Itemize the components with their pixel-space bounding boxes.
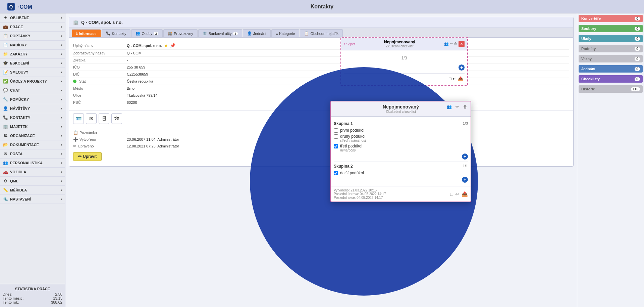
group1-title: Skupina 1 1/3 <box>334 121 468 126</box>
tab-provozovny[interactable]: 🏬 Provozovny <box>163 29 197 37</box>
vazby-button[interactable]: Vazby 0 <box>579 55 643 62</box>
sidebar-item-eskoleni[interactable]: 🎓 eSKOLENÍ ▾ <box>0 59 65 68</box>
footer-export2-icon[interactable]: 📤 <box>462 191 468 197</box>
add-item-group2-btn[interactable]: + <box>462 177 468 183</box>
checkbox-2[interactable] <box>334 134 338 139</box>
podety-badge: 0 <box>635 47 640 51</box>
sidebar-item-kontakty[interactable]: 📞 KONTAKTY ▾ <box>0 113 65 122</box>
car-icon: 🚗 <box>3 169 8 175</box>
check-icon: ✅ <box>3 79 8 84</box>
tab-informace-icon: ℹ <box>76 31 77 36</box>
soubory-badge: 0 <box>635 27 640 31</box>
svg-text:·COM: ·COM <box>18 4 32 10</box>
action-card-btn[interactable]: 🪪 <box>73 113 84 124</box>
stats-value-mesic: 13.13 <box>53 296 62 300</box>
edit-button[interactable]: ✏ Upravit <box>73 152 102 161</box>
checkbox-3[interactable] <box>334 144 338 148</box>
checklist-bg-body: 1/3 + □ ↩ 📤 <box>341 50 467 85</box>
sidebar-item-nabidky[interactable]: 📄 NABÍDKY ▾ <box>0 41 65 50</box>
checkbox-1[interactable] <box>334 128 338 133</box>
tab-osoby-badge: 2 <box>154 32 158 35</box>
back-button[interactable]: ↩ Zpět <box>344 42 355 46</box>
tab-osoby[interactable]: 👥 Osoby 2 <box>131 29 163 37</box>
sidebar-item-oblibene[interactable]: ★ OBLÍBENÉ ▾ <box>0 13 65 23</box>
stats-value-dnes: 2.58 <box>55 292 62 296</box>
sidebar-item-majetek[interactable]: 🏢 MAJETEK ▾ <box>0 122 65 131</box>
podety-button[interactable]: Podněty 0 <box>579 45 643 52</box>
sidebar-item-vozidla[interactable]: 🚗 VOZIDLA ▾ <box>0 168 65 177</box>
tab-informace[interactable]: ℹ Informace <box>72 29 101 37</box>
sidebar-item-prace[interactable]: 💼 PRÁCE ▾ <box>0 23 65 32</box>
bg-icons: 👥 ✏ 🗑 <box>444 42 458 46</box>
chat-icon: 💬 <box>3 88 8 93</box>
add-item-bg-btn[interactable]: + <box>459 64 465 71</box>
sidebar-item-navstevy[interactable]: 👤 NÁVŠTĚVY ▾ <box>0 104 65 113</box>
company-name: Q - COM, spol. s r.o. <box>81 20 123 25</box>
field-psc: PSČ 60200 <box>73 99 569 106</box>
delete-checklist-icon[interactable]: 🗑 <box>462 103 469 110</box>
sidebar-item-meridla[interactable]: 📏 MĚŘIDLA ▾ <box>0 186 65 195</box>
konvertore-button[interactable]: Konvertéře 0 <box>579 15 643 22</box>
ukoly-button[interactable]: Úkoly 0 <box>579 35 643 42</box>
footer-export-icon[interactable]: 📤 <box>458 76 463 81</box>
tab-kategorie[interactable]: ≡ Kategorie <box>271 29 300 37</box>
sidebar-item-zakazky[interactable]: 📁 ZAKÁZKY ▾ <box>0 50 65 59</box>
checklist-bg-title: Nepojmenovaný <box>355 40 444 44</box>
content-area: 🏢 Q - COM, spol. s r.o. ℹ Informace 📞 Ko… <box>65 13 577 307</box>
action-db-btn[interactable]: 🗄 <box>99 113 109 124</box>
tabs-bar: ℹ Informace 📞 Kontakty 👥 Osoby 2 🏬 Provo… <box>69 28 573 38</box>
star-icon: ★ <box>3 15 8 20</box>
sidebar-item-poptavky[interactable]: 📋 POPTÁVKY ▾ <box>0 32 65 41</box>
soubory-button[interactable]: Soubory 0 <box>579 25 643 32</box>
sidebar-item-posta[interactable]: ✉ POŠTA ▾ <box>0 149 65 159</box>
field-uplny-nazev: Úplný název Q - COM, spol. s r.o. ★ 📌 <box>73 42 569 50</box>
sidebar-item-ukoly[interactable]: ✅ ÚKOLY A PROJEKTY ▾ <box>0 77 65 86</box>
edit-checklist-icon[interactable]: ✏ <box>454 103 461 110</box>
edit-icon: ✏ <box>73 144 76 148</box>
tab-kontakty[interactable]: 📞 Kontakty <box>102 29 131 37</box>
sidebar-item-chat[interactable]: 💬 CHAT ▾ <box>0 86 65 95</box>
action-map-btn[interactable]: 🗺 <box>111 113 122 124</box>
sidebar-item-smlouvy[interactable]: 📝 SMLOUVY ▾ <box>0 68 65 77</box>
footer-square2-icon[interactable]: □ <box>450 191 453 197</box>
checkbox-4[interactable] <box>334 171 338 175</box>
checklists-badge: 0 <box>635 77 640 81</box>
sidebar-item-pomucky[interactable]: 🔧 POMŮCKY ▾ <box>0 95 65 104</box>
stats-row-dnes: Dnes: 2.58 <box>3 292 62 296</box>
ukoly-badge: 0 <box>635 37 640 41</box>
plus-icon: ➕ <box>73 137 78 142</box>
sidebar-item-nastaveni[interactable]: 🔩 NASTAVENÍ ▾ <box>0 195 65 204</box>
document-icon: 📄 <box>3 42 8 48</box>
tab-jednani[interactable]: 👤 Jednání <box>243 29 271 37</box>
action-email-btn[interactable]: ✉ <box>86 113 97 124</box>
close-button[interactable]: × <box>459 41 465 47</box>
footer-history-icon[interactable]: ↩ <box>453 76 457 81</box>
tab-bankovni-badge: 1 <box>233 32 238 35</box>
group2-title: Skupina 2 1/1 <box>334 164 468 169</box>
tab-bankovni-icon: 🏦 <box>203 31 207 36</box>
footer-history2-icon[interactable]: ↩ <box>455 191 460 197</box>
sidebar-item-qml[interactable]: ⚙ QML ▾ <box>0 177 65 186</box>
add-item-group1-btn[interactable]: + <box>462 154 468 160</box>
sidebar-item-organizace[interactable]: 🏗 ORGANIZACE ▾ <box>0 131 65 140</box>
note-icon: 📋 <box>73 130 78 135</box>
jednani-button[interactable]: Jednání 0 <box>579 65 643 73</box>
sidebar-item-dokumentace[interactable]: 📂 DOKUMENTACE ▾ <box>0 140 65 149</box>
sidebar-item-personalistika[interactable]: 👥 PERSONALISTIKA ▾ <box>0 159 65 168</box>
tab-obchodni-icon: 📋 <box>304 31 309 36</box>
tab-osoby-icon: 👥 <box>136 31 140 36</box>
tab-kontakty-icon: 📞 <box>106 31 111 36</box>
stats-box: STATISTIKA PRÁCE Dnes: 2.58 Tento měsíc:… <box>0 284 65 307</box>
svg-text:Q: Q <box>9 4 13 9</box>
tab-bankovni[interactable]: 🏦 Bankovní účty 1 <box>198 29 242 37</box>
checklists-button[interactable]: Checklisty 0 <box>579 75 643 83</box>
historie-button[interactable]: Historie 116 <box>579 85 643 93</box>
checklist-main-body: Skupina 1 1/3 první podúkol druhý podúko… <box>331 117 471 186</box>
tab-obchodni[interactable]: 📋 Obchodní rejstřík <box>300 29 343 37</box>
person-add-icon[interactable]: 👥 <box>446 103 452 110</box>
footer-square-icon[interactable]: □ <box>449 76 451 81</box>
sidebar: ★ OBLÍBENÉ ▾ 💼 PRÁCE ▾ 📋 POPTÁVKY ▾ 📄 NA… <box>0 13 65 307</box>
checklist-item-4: další podúkol <box>334 170 468 176</box>
people-icon: 👥 <box>3 160 8 166</box>
tools-icon: 🔧 <box>3 97 8 102</box>
